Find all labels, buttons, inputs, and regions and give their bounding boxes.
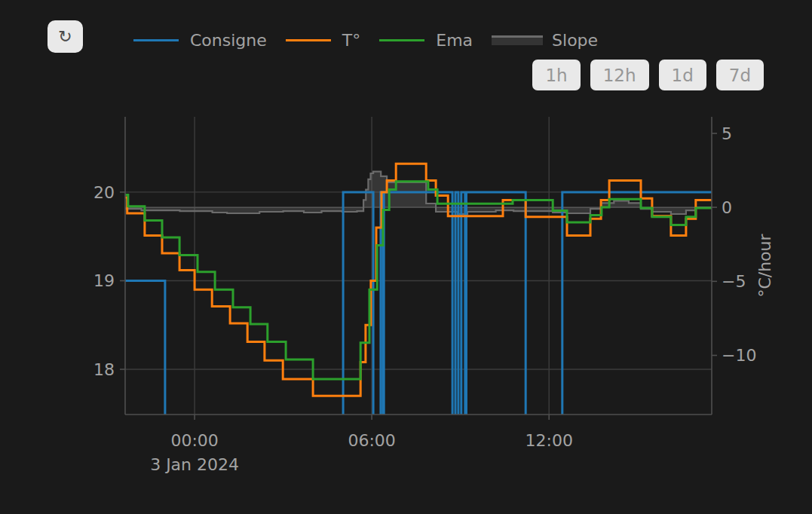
x-tick-label: 06:00 bbox=[348, 431, 395, 450]
y-tick-label: 19 bbox=[93, 271, 115, 290]
chart-panel: ↻ Consigne T° Ema Slope 1h 12h 1d 7d 00:… bbox=[0, 0, 812, 514]
x-tick-label: 12:00 bbox=[525, 431, 572, 450]
y-tick-label: 18 bbox=[93, 360, 115, 379]
consigne-line bbox=[125, 192, 712, 458]
y-tick-label: 20 bbox=[93, 183, 115, 202]
x-tick-label: 00:00 bbox=[170, 431, 218, 450]
y2-axis-title: °C/hour bbox=[755, 233, 774, 297]
y2-tick-label: 0 bbox=[722, 198, 732, 217]
y2-tick-label: 5 bbox=[722, 124, 732, 143]
y2-tick-label: −5 bbox=[722, 272, 746, 291]
y2-tick-label: −10 bbox=[722, 346, 756, 365]
x-date-label: 3 Jan 2024 bbox=[150, 455, 239, 474]
temperature-chart[interactable]: 00:0006:0012:003 Jan 202418192050−5−10°C… bbox=[0, 0, 812, 514]
